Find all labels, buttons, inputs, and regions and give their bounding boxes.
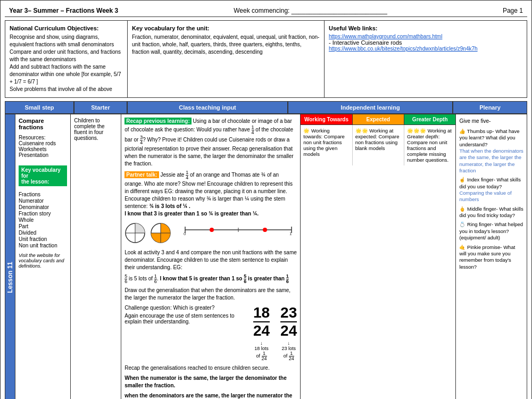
fraction-display: 18 24 ↓18 lots of 124 23 24 ↓23 lots of …: [253, 305, 297, 361]
fraction-23-24: 23 24 ↓23 lots of 124: [280, 305, 297, 361]
starter-text: Children to complete the fluent in four …: [74, 118, 118, 141]
vocab-item: Fraction story: [19, 211, 67, 217]
teaching-section1: Recap previous learning: Using a bar of …: [124, 118, 297, 168]
label-23lots: ↓23 lots of 124: [280, 340, 297, 361]
resource-1: Cuisenaire rods: [19, 140, 67, 146]
web-links: Useful Web links: https://www.mathplaygr…: [325, 21, 527, 97]
challenge2-text: Again encourage the use of stem sentence…: [124, 313, 243, 325]
expected-content: 🌟🌟 Working at expected: Compare non frac…: [353, 125, 404, 165]
denominator-24b: 24: [280, 322, 297, 339]
vocab-item: Divided: [19, 230, 67, 236]
index-finger-item: ☝ Index finger- What skills did you use …: [459, 177, 523, 203]
vocab-item: Denominator: [19, 204, 67, 210]
number-line-container: 0 1: [180, 220, 297, 237]
vocab-item: Non unit fraction: [19, 243, 67, 248]
visual-row: 0 1: [124, 220, 297, 246]
small-step-column: Compare fractions Resources: Cuisenaire …: [15, 114, 71, 399]
vocabulary-list: Fractions Numerator Denominator Fraction…: [19, 192, 67, 248]
challenge-label: Challenge question: Which is greater?: [124, 305, 243, 311]
numerator-23: 23: [280, 305, 297, 322]
recap-text: Recap the generalisations reached to ens…: [124, 364, 297, 372]
link1[interactable]: https://www.mathplayground.com/mathbars.…: [329, 34, 522, 39]
gen1-text: When the numerator is the same, the larg…: [124, 375, 297, 389]
small-step-title: Compare fractions: [19, 118, 67, 130]
header-page: Page 1: [503, 7, 523, 14]
denominator-24a: 24: [253, 322, 270, 339]
key-vocabulary: Key vocabulary for the unit: Fraction, n…: [128, 21, 325, 97]
vocab-text: Fraction, numerator, denominator, equiva…: [132, 34, 320, 56]
teaching-section3: Look at activity 3 and 4 and compare the…: [124, 249, 297, 271]
pinkie-item: 🤙 Pinkie promise- What will you make sur…: [459, 244, 523, 270]
header-title: Year 3– Summer – Fractions Week 3: [9, 7, 118, 14]
fraction-circles: [124, 222, 171, 244]
stem1: ¾ is 3 lots of ¼ .: [149, 203, 190, 209]
challenge-text-col: Challenge question: Which is greater? Ag…: [124, 305, 243, 325]
generalisation-text: Draw out the generalisation that when th…: [124, 287, 297, 302]
label-18lots: ↓18 lots of 124: [253, 340, 270, 361]
stem1b: I know that 3 is greater than 1 so ¾ is …: [124, 211, 259, 217]
gen2-text: when the denominators are the same, the …: [124, 392, 297, 399]
eg-text: 56 is 5 lots of 16. I know that 5 is gre…: [124, 274, 297, 284]
fraction-18-24: 18 24 ↓18 lots of 124: [253, 305, 270, 361]
teaching-section2: Partner talk: Jessie ate 14 of an orange…: [124, 170, 297, 218]
curriculum-text: Recognise and show, using diagrams, equi…: [10, 34, 123, 93]
svg-text:0: 0: [184, 231, 186, 236]
class-teaching-column: Recap previous learning: Using a bar of …: [121, 114, 301, 399]
working-towards-header: Working Towards: [301, 114, 352, 124]
numerator-18: 18: [253, 305, 270, 322]
vocab-item: Unit fraction: [19, 236, 67, 242]
expected-text: 🌟🌟 Working at expected: Compare non frac…: [355, 128, 401, 151]
resources-label: Resources:: [19, 135, 67, 140]
starter-column: Children to complete the fluent in four …: [71, 114, 121, 399]
svg-point-12: [210, 228, 214, 232]
curriculum-heading: National Curriculum Objectives:: [10, 25, 123, 31]
svg-text:1: 1: [289, 231, 292, 236]
greater-depth-header: Greater Depth: [404, 114, 455, 124]
greater-depth-content: 🌟🌟🌟 Working at Greater depth: Compare no…: [404, 125, 455, 165]
vocab-item: Whole: [19, 217, 67, 223]
resource-2: Worksheets: [19, 146, 67, 152]
plenary-column: Give me five- 👍 Thumbs up- What have you…: [456, 114, 527, 399]
lesson-number-text: Lesson 11: [6, 262, 14, 293]
working-towards-text: 🌟 Working towards: Compare non unit frac…: [303, 128, 349, 157]
vocab-item: Part: [19, 223, 67, 229]
key-vocab-box: Key vocabulary forthe lesson:: [19, 165, 67, 186]
quarter-circle-svg: [124, 222, 146, 244]
link1-suffix: - Interactive Cuisenaire rods: [329, 39, 402, 46]
col-header-class-teaching: Class teaching input: [127, 101, 288, 114]
resource-3: Presentation: [19, 152, 67, 158]
resources-section: Resources: Cuisenaire rods Worksheets Pr…: [19, 135, 67, 158]
header-week: Week commencing: _______________________…: [234, 7, 387, 14]
col-header-plenary: Plenary: [453, 101, 527, 114]
vocab-item: Fractions: [19, 192, 67, 197]
thumbs-blue-text: That when the denominators are the same,…: [459, 148, 523, 173]
thumbs-up-item: 👍 Thumbs up- What have you learnt? What …: [459, 128, 523, 174]
working-towards-content: 🌟 Working towards: Compare non unit frac…: [301, 125, 352, 165]
expected-header: Expected: [353, 114, 404, 124]
col-header-small-step: Small step: [5, 101, 74, 114]
svg-point-13: [263, 228, 267, 232]
col-header-independent: Independent learning: [288, 101, 453, 114]
challenge-section: Challenge question: Which is greater? Ag…: [124, 305, 297, 361]
vocab-item: Numerator: [19, 198, 67, 204]
ring-finger-item: 💍 Ring finger- What helped you in today'…: [459, 221, 523, 241]
independent-learning-column: Working Towards Expected Greater Depth 🌟…: [301, 114, 456, 399]
plenary-intro: Give me five-: [459, 118, 523, 125]
link2[interactable]: https://www.bbc.co.uk/bitesize/topics/zh…: [329, 46, 522, 52]
greater-depth-text: 🌟🌟🌟 Working at Greater depth: Compare no…: [407, 128, 453, 163]
index-blue-text: Comparing the value of numbers: [459, 190, 511, 202]
vocab-heading: Key vocabulary for the unit:: [132, 25, 320, 31]
lesson-number-sidebar: Lesson 11: [5, 114, 15, 399]
links-heading: Useful Web links:: [329, 25, 522, 31]
key-vocab-label: Key vocabulary forthe lesson:: [21, 167, 61, 185]
curriculum-objectives: National Curriculum Objectives: Recognis…: [5, 21, 128, 97]
website-note: Visit the website for vocabulary cards a…: [19, 253, 67, 269]
three-quarter-circle-svg: [150, 222, 171, 244]
number-line-svg: 0 1: [180, 220, 297, 236]
middle-finger-item: 🖕 Middle finger- What skills did you fin…: [459, 206, 523, 219]
partner-talk-label: Partner talk:: [124, 171, 159, 178]
col-header-starter: Starter: [74, 101, 127, 114]
recap-label: Recap previous learning:: [124, 118, 191, 124]
section1-text: Using a bar of chocolate or image of a b…: [124, 118, 293, 167]
